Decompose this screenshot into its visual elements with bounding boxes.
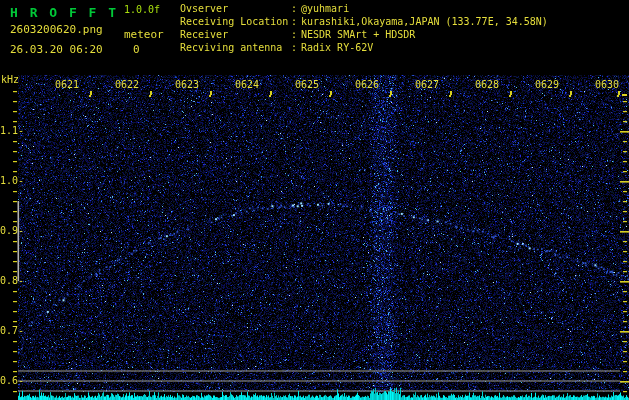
time-tick-label: 0625 [295,79,319,91]
time-tick-label: 0630 [595,79,619,91]
time-tick-label: 0626 [355,79,379,91]
info-col: : [291,29,297,40]
time-tick-label: 0628 [475,79,499,91]
freq-tick-label: 0.6- [0,375,24,387]
hrofft-output-screen: H R O F F T 1.0.0f 2603200620.png meteor… [0,0,629,400]
time-axis-labels: 0621062206230624062506260627062806290630 [0,0,629,20]
time-tick-label: 0627 [415,79,439,91]
freq-tick-label: 0.7- [0,325,24,337]
time-tick-label: 0621 [55,79,79,91]
info-col: : [291,42,297,53]
time-tick-label: 0623 [175,79,199,91]
freq-tick-label: 0.8- [0,275,24,287]
freq-tick-label: 0.9- [0,225,24,237]
info-lab: Recviving antenna [180,42,282,53]
info-val: Radix RY-62V [301,42,373,53]
freq-tick-label: 1.0- [0,175,24,187]
time-tick-label: 0629 [535,79,559,91]
spectrogram-canvas [0,0,629,400]
freq-tick-label: 1.1- [0,125,24,137]
info-val: NESDR SMArt + HDSDR [301,29,415,40]
freq-axis-labels: 1.1-1.0-0.9-0.8-0.7-0.6- [0,0,30,400]
time-tick-label: 0622 [115,79,139,91]
info-lab: Receiver [180,29,228,40]
time-tick-label: 0624 [235,79,259,91]
